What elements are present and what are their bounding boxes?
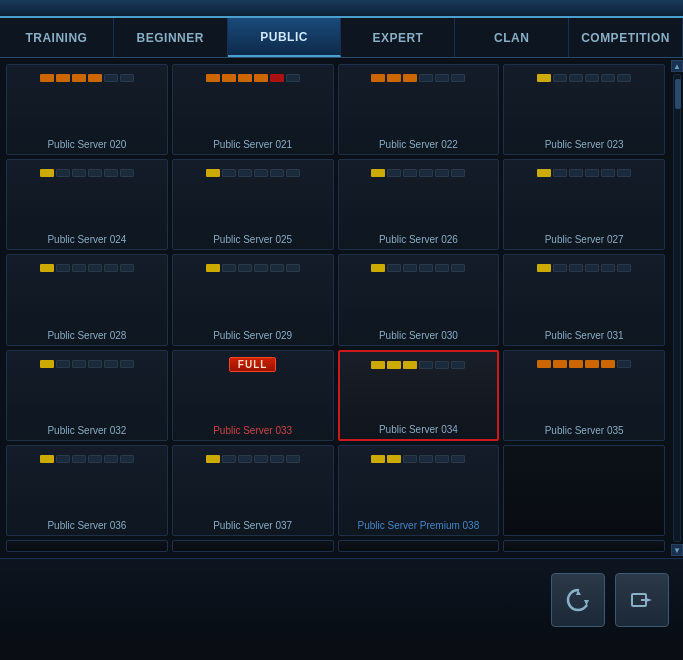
load-segment (617, 74, 631, 82)
server-card-027[interactable]: Public Server 027 (503, 159, 665, 250)
server-card-025[interactable]: Public Server 025 (172, 159, 334, 250)
load-segment (56, 360, 70, 368)
tab-competition[interactable]: Competition (569, 18, 683, 57)
load-segment (371, 74, 385, 82)
load-bar-021 (177, 71, 329, 85)
load-segment (270, 169, 284, 177)
load-segment (419, 74, 433, 82)
load-segment (371, 455, 385, 463)
server-name-036: Public Server 036 (47, 516, 126, 531)
load-segment (419, 264, 433, 272)
load-segment (270, 455, 284, 463)
load-bar-027 (508, 166, 660, 180)
full-badge: FULL (229, 357, 277, 372)
load-segment (286, 455, 300, 463)
server-card-023[interactable]: Public Server 023 (503, 64, 665, 155)
load-segment (553, 169, 567, 177)
load-segment (72, 360, 86, 368)
load-segment (403, 264, 417, 272)
refresh-button[interactable] (551, 573, 605, 627)
load-segment (56, 455, 70, 463)
server-card-036[interactable]: Public Server 036 (6, 445, 168, 536)
server-card-038[interactable]: Public Server Premium 038 (338, 445, 500, 536)
load-bar-030 (343, 261, 495, 275)
load-segment (238, 74, 252, 82)
server-card-024[interactable]: Public Server 024 (6, 159, 168, 250)
load-bar-026 (343, 166, 495, 180)
server-card-030[interactable]: Public Server 030 (338, 254, 500, 345)
server-card-039[interactable] (503, 445, 665, 536)
tab-training[interactable]: Training (0, 18, 114, 57)
bottom-bar (0, 558, 683, 640)
load-segment (120, 360, 134, 368)
server-card-028[interactable]: Public Server 028 (6, 254, 168, 345)
load-segment (286, 169, 300, 177)
server-name-023: Public Server 023 (545, 135, 624, 150)
load-segment (371, 169, 385, 177)
load-segment (238, 169, 252, 177)
load-segment (435, 455, 449, 463)
load-segment (120, 169, 134, 177)
load-segment (254, 455, 268, 463)
load-bar-028 (11, 261, 163, 275)
load-bar-036 (11, 452, 163, 466)
server-name-022: Public Server 022 (379, 135, 458, 150)
server-card-e2[interactable] (172, 540, 334, 552)
tab-beginner[interactable]: Beginner (114, 18, 228, 57)
server-card-034[interactable]: Public Server 034 (338, 350, 500, 441)
server-name-038: Public Server Premium 038 (358, 516, 480, 531)
tab-clan[interactable]: Clan (455, 18, 569, 57)
load-segment (72, 264, 86, 272)
load-segment (88, 74, 102, 82)
load-segment (569, 169, 583, 177)
server-card-e4[interactable] (503, 540, 665, 552)
load-bar-037 (177, 452, 329, 466)
load-segment (104, 74, 118, 82)
server-card-022[interactable]: Public Server 022 (338, 64, 500, 155)
tab-expert[interactable]: Expert (341, 18, 455, 57)
load-segment (569, 74, 583, 82)
load-bar-020 (11, 71, 163, 85)
server-name-032: Public Server 032 (47, 421, 126, 436)
enter-button[interactable] (615, 573, 669, 627)
load-segment (617, 360, 631, 368)
load-segment (222, 264, 236, 272)
server-card-032[interactable]: Public Server 032 (6, 350, 168, 441)
load-segment (120, 264, 134, 272)
server-card-020[interactable]: Public Server 020 (6, 64, 168, 155)
server-card-029[interactable]: Public Server 029 (172, 254, 334, 345)
load-segment (403, 455, 417, 463)
scroll-up-btn[interactable]: ▲ (671, 60, 683, 72)
load-segment (435, 169, 449, 177)
server-name-029: Public Server 029 (213, 326, 292, 341)
load-segment (88, 455, 102, 463)
load-segment (585, 169, 599, 177)
load-segment (451, 264, 465, 272)
server-card-033[interactable]: FULLPublic Server 033 (172, 350, 334, 441)
load-segment (419, 169, 433, 177)
load-segment (553, 360, 567, 368)
server-card-e3[interactable] (338, 540, 500, 552)
load-segment (104, 360, 118, 368)
load-segment (617, 264, 631, 272)
tab-public[interactable]: Public (228, 18, 342, 57)
server-name-021: Public Server 021 (213, 135, 292, 150)
load-segment (40, 360, 54, 368)
scroll-track[interactable] (673, 74, 681, 542)
load-segment (435, 361, 449, 369)
scroll-down-btn[interactable]: ▼ (671, 544, 683, 556)
load-segment (40, 264, 54, 272)
server-card-035[interactable]: Public Server 035 (503, 350, 665, 441)
scrollbar[interactable]: ▲ ▼ (671, 58, 683, 558)
server-card-037[interactable]: Public Server 037 (172, 445, 334, 536)
server-card-026[interactable]: Public Server 026 (338, 159, 500, 250)
server-card-031[interactable]: Public Server 031 (503, 254, 665, 345)
load-segment (601, 169, 615, 177)
load-bar-029 (177, 261, 329, 275)
load-segment (403, 361, 417, 369)
load-segment (387, 264, 401, 272)
load-segment (72, 74, 86, 82)
server-card-021[interactable]: Public Server 021 (172, 64, 334, 155)
load-segment (254, 169, 268, 177)
server-card-e1[interactable] (6, 540, 168, 552)
